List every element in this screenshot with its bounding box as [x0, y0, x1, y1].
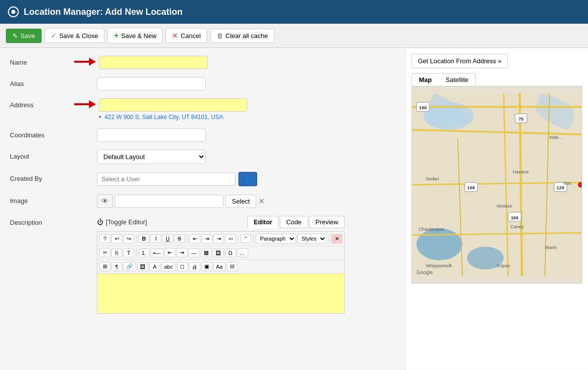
- save-new-button[interactable]: + Save & New: [107, 28, 163, 43]
- editor-outdent-btn[interactable]: ⇤: [165, 248, 176, 257]
- image-path-input[interactable]: [115, 195, 224, 208]
- editor-toolbar-row-2: ✂ ⎘ T 1. •— ⇤ ⇥ — ▦ 🖼 Ω …: [97, 246, 344, 260]
- divider5: [329, 234, 329, 243]
- editor-strike-btn[interactable]: S: [174, 234, 185, 243]
- editor-table-btn[interactable]: ▦: [201, 248, 212, 257]
- image-label: Image: [10, 194, 74, 205]
- image-row: Image 👁 Select ✕: [10, 194, 395, 208]
- editor-align-center-btn[interactable]: ⇥: [201, 234, 212, 244]
- name-input[interactable]: [99, 56, 208, 69]
- editor-block-btn[interactable]: ▣: [201, 262, 212, 271]
- editor-link-btn[interactable]: 🔗: [123, 262, 136, 271]
- alias-row: Alias: [10, 77, 395, 90]
- editor-content-area[interactable]: [97, 274, 344, 313]
- svg-text:Copan: Copan: [497, 263, 510, 268]
- image-clear-button[interactable]: ✕: [258, 197, 265, 206]
- save-button[interactable]: ✎ Save: [6, 29, 42, 43]
- cancel-button[interactable]: ✕ Cancel: [166, 28, 207, 43]
- toggle-editor-button[interactable]: ⏻ [Toggle Editor]: [97, 218, 147, 226]
- save-close-button[interactable]: ✓ Save & Close: [45, 28, 105, 43]
- user-select-input[interactable]: [97, 172, 235, 186]
- coordinates-input[interactable]: ,: [97, 128, 206, 142]
- main-layout: Name Alias Address 422 W: [0, 48, 588, 370]
- editor-underline-btn[interactable]: U: [162, 234, 173, 243]
- editor-align-left-btn[interactable]: ⇤: [189, 234, 200, 244]
- editor-undo-btn[interactable]: ↩: [111, 234, 122, 244]
- editor-grid-btn[interactable]: ⊟: [226, 262, 237, 271]
- image-preview-button[interactable]: 👁: [97, 194, 113, 208]
- address-input[interactable]: 422 West 900 South, Salt: [99, 98, 247, 112]
- address-field: 422 West 900 South, Salt • 422 W 900 S, …: [99, 98, 395, 121]
- editor-help-btn[interactable]: ?: [99, 234, 110, 243]
- image-select-button[interactable]: Select: [226, 195, 256, 208]
- styles-select[interactable]: Styles: [297, 234, 327, 244]
- editor-img-btn[interactable]: 🖼: [213, 248, 224, 257]
- editor-scissors-btn[interactable]: ✂: [99, 248, 110, 257]
- editor-paste-btn[interactable]: T: [123, 248, 134, 257]
- alias-field: [97, 77, 394, 90]
- editor-img2-btn[interactable]: 🖼: [137, 262, 148, 271]
- checkmark-icon: ✓: [51, 32, 57, 40]
- tab-editor[interactable]: Editor: [247, 216, 279, 228]
- address-suggestion-link[interactable]: 422 W 900 S, Salt Lake City, UT 84101, U…: [105, 114, 224, 121]
- editor-spell-btn[interactable]: abc: [161, 262, 176, 271]
- editor-ul-btn[interactable]: •—: [150, 248, 164, 257]
- alias-label: Alias: [10, 77, 74, 87]
- created-by-row: Created By 👤: [10, 172, 395, 186]
- editor-toolbar-row-1: ? ↩ ↪ B I U S ⇤ ⇥ ⇥ ⇦ ": [97, 232, 344, 246]
- layout-row: Layout Default Layout Custom Layout: [10, 150, 395, 164]
- editor-ol-btn[interactable]: 1.: [138, 248, 149, 257]
- svg-text:166: 166: [467, 185, 475, 190]
- editor-redo-btn[interactable]: ↪: [123, 234, 134, 244]
- editor-bold-btn[interactable]: B: [138, 234, 149, 243]
- paragraph-select[interactable]: Paragraph Heading 1 Heading 2: [256, 234, 296, 244]
- created-by-field: 👤: [97, 172, 394, 186]
- tab-code[interactable]: Code: [280, 216, 308, 228]
- trash-icon: 🗑: [217, 32, 223, 40]
- editor-indent-btn[interactable]: ⇥: [177, 248, 187, 257]
- tab-map[interactable]: Map: [412, 74, 439, 86]
- map-svg: 75 160 166 166 126 Sedan Havana Niotaze …: [412, 86, 582, 283]
- layout-label: Layout: [10, 150, 74, 160]
- layout-field: Default Layout Custom Layout: [97, 150, 394, 164]
- tab-preview[interactable]: Preview: [309, 216, 345, 228]
- get-location-button[interactable]: Get Location From Address »: [411, 54, 508, 68]
- map-container: 75 160 166 166 126 Sedan Havana Niotaze …: [411, 86, 582, 284]
- editor-blockquote-btn[interactable]: ": [240, 234, 251, 243]
- map-tabs: Map Satellite: [411, 73, 476, 86]
- editor-eraser-btn[interactable]: ✕: [331, 234, 342, 244]
- editor-color-btn[interactable]: A: [149, 262, 160, 271]
- svg-text:Niotaze: Niotaze: [497, 204, 512, 208]
- editor-special-btn[interactable]: Ω: [225, 248, 236, 257]
- description-row: Description ⏻ [Toggle Editor] Editor Cod…: [10, 216, 395, 314]
- editor-src-btn[interactable]: ⊞: [99, 262, 110, 271]
- editor-preview-btn[interactable]: ◻: [177, 262, 188, 271]
- power-icon: ⏻: [97, 218, 103, 226]
- editor-toolbar-row-3: ⊞ ¶ 🔗 🖼 A abc ◻ 🖨 ▣ Aa ⊟: [97, 260, 344, 274]
- editor-align-right-btn[interactable]: ⇥: [213, 234, 224, 244]
- editor-italic-btn[interactable]: I: [150, 234, 161, 243]
- editor-tabs: Editor Code Preview: [247, 216, 345, 228]
- select-user-button[interactable]: 👤: [238, 172, 257, 186]
- svg-text:Whippoorwill: Whippoorwill: [426, 263, 452, 268]
- coordinates-label: Coordinates: [10, 128, 74, 139]
- alias-input[interactable]: [97, 77, 206, 90]
- svg-text:Havana: Havana: [513, 169, 529, 174]
- editor-char-btn[interactable]: Aa: [213, 262, 226, 271]
- layout-select[interactable]: Default Layout Custom Layout: [97, 150, 206, 164]
- tab-satellite[interactable]: Satellite: [439, 74, 475, 86]
- editor-print-btn[interactable]: 🖨: [189, 262, 200, 271]
- editor-section: ⏻ [Toggle Editor] Editor Code Preview ? …: [97, 216, 345, 314]
- editor-more-btn[interactable]: …: [237, 248, 248, 257]
- editor-copy-btn[interactable]: ⎘: [111, 248, 122, 257]
- name-arrow: [74, 58, 96, 66]
- editor-para-btn[interactable]: ¶: [111, 262, 122, 271]
- editor-hr-btn[interactable]: —: [188, 248, 200, 257]
- editor-justify-btn[interactable]: ⇦: [225, 234, 236, 244]
- clear-cache-button[interactable]: 🗑 Clear all cache: [210, 29, 274, 43]
- form-area: Name Alias Address 422 W: [0, 48, 405, 370]
- coordinates-row: Coordinates ,: [10, 128, 395, 142]
- page-header: Location Manager: Add New Location: [0, 0, 588, 24]
- created-by-label: Created By: [10, 172, 74, 182]
- map-panel: Get Location From Address » Map Satellit…: [405, 48, 588, 370]
